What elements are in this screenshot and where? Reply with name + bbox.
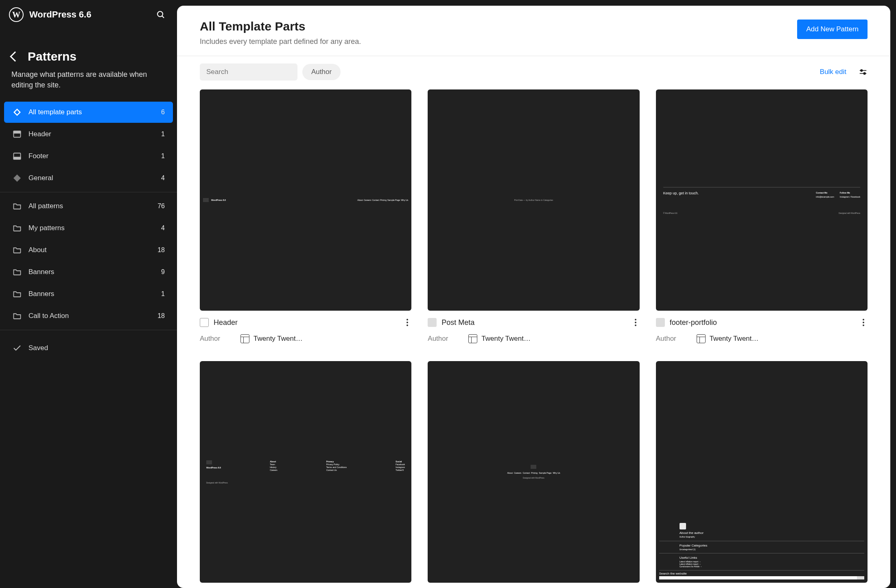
svg-point-9: [861, 70, 862, 71]
search-field[interactable]: [200, 63, 297, 81]
author-label: Author: [200, 335, 232, 343]
content-panel: All Template Parts Includes every templa…: [177, 6, 890, 588]
more-actions-icon[interactable]: [859, 318, 868, 327]
nav-group-footer: Saved: [0, 330, 177, 364]
patterns-description: Manage what patterns are available when …: [0, 69, 177, 98]
pattern-thumbnail[interactable]: AboutCareersContactPricingSample PageWhy…: [428, 361, 639, 582]
sidebar-item-count: 1: [161, 290, 165, 298]
sidebar-item-header[interactable]: Header1: [4, 124, 173, 145]
toolbar: Author Bulk edit: [177, 56, 890, 85]
folder-icon: [12, 267, 22, 277]
site-title: WordPress 6.6: [29, 9, 91, 20]
folder-icon: [12, 245, 22, 255]
sidebar-item-saved[interactable]: Saved: [4, 335, 173, 361]
svg-point-0: [157, 11, 163, 17]
more-actions-icon[interactable]: [403, 318, 411, 327]
pattern-thumbnail[interactable]: WordPress 6.6 AboutTeamHistoryCareersPri…: [200, 361, 411, 582]
theme-icon: [240, 334, 249, 343]
pattern-thumbnail[interactable]: Keep up, get in touch. Contact Meinfo@ex…: [656, 89, 868, 311]
sidebar-item-label: Saved: [28, 344, 165, 352]
theme-badge[interactable]: Twenty Twent…: [240, 334, 303, 343]
sidebar-item-count: 9: [161, 268, 165, 276]
view-options-icon[interactable]: [859, 68, 868, 76]
theme-name: Twenty Twent…: [710, 335, 759, 343]
check-icon: [12, 343, 22, 353]
pattern-card: Keep up, get in touch. Contact Meinfo@ex…: [656, 89, 868, 343]
sidebar-item-count: 4: [161, 174, 165, 182]
search-icon[interactable]: [156, 10, 166, 20]
panel-header: All Template Parts Includes every templa…: [177, 6, 890, 56]
pattern-grid: WordPress 6.6 AboutCareersContactPricing…: [200, 89, 868, 588]
sidebar-item-general[interactable]: General4: [4, 168, 173, 189]
sidebar-item-count: 1: [161, 131, 165, 138]
select-checkbox[interactable]: [200, 318, 209, 327]
folder-icon: [12, 311, 22, 321]
editor-sidebar: W WordPress 6.6 Patterns Manage what pat…: [0, 0, 177, 588]
sidebar-item-all-patterns[interactable]: All patterns76: [4, 196, 173, 217]
sidebar-item-banners[interactable]: Banners9: [4, 261, 173, 283]
sidebar-item-label: All patterns: [28, 202, 157, 210]
sidebar-item-label: Call to Action: [28, 312, 157, 320]
sidebar-topbar: W WordPress 6.6: [0, 0, 177, 29]
folder-icon: [12, 223, 22, 233]
template-parts-icon: [12, 107, 22, 117]
pattern-title[interactable]: Header: [214, 318, 398, 327]
sidebar-item-label: Footer: [28, 152, 161, 160]
sidebar-item-count: 6: [161, 109, 165, 116]
pattern-card: About the authorAuthor biography Popular…: [656, 361, 868, 588]
pattern-grid-scroll[interactable]: WordPress 6.6 AboutCareersContactPricing…: [177, 85, 890, 588]
pattern-title[interactable]: Post Meta: [441, 318, 626, 327]
nav-group-template-parts: All template parts6Header1Footer1General…: [0, 98, 177, 192]
main-area: All Template Parts Includes every templa…: [177, 0, 896, 588]
sidebar-item-label: Banners: [28, 290, 161, 298]
svg-rect-3: [14, 131, 21, 133]
svg-point-11: [863, 72, 865, 74]
wordpress-logo-icon[interactable]: W: [9, 7, 24, 22]
pattern-thumbnail[interactable]: WordPress 6.6 AboutCareersContactPricing…: [200, 89, 411, 311]
sidebar-item-banners[interactable]: Banners1: [4, 283, 173, 305]
svg-rect-5: [14, 157, 21, 159]
general-icon: [12, 173, 22, 183]
sidebar-item-all-template-parts[interactable]: All template parts6: [4, 102, 173, 123]
sidebar-item-footer[interactable]: Footer1: [4, 146, 173, 167]
sidebar-item-count: 18: [157, 246, 165, 254]
more-actions-icon[interactable]: [632, 318, 640, 327]
back-icon[interactable]: [10, 51, 20, 61]
patterns-header: Patterns: [0, 29, 177, 69]
pattern-card: Pub Date — by Author Name in Categories …: [428, 89, 639, 343]
sidebar-item-label: About: [28, 246, 157, 254]
footer-icon: [12, 151, 22, 161]
header-icon: [12, 129, 22, 139]
search-input[interactable]: [206, 68, 293, 76]
author-filter-pill[interactable]: Author: [302, 64, 341, 80]
sidebar-item-label: General: [28, 174, 161, 182]
theme-name: Twenty Twent…: [254, 335, 303, 343]
sidebar-item-my-patterns[interactable]: My patterns4: [4, 218, 173, 239]
pattern-thumbnail[interactable]: Pub Date — by Author Name in Categories: [428, 89, 639, 311]
author-label: Author: [656, 335, 688, 343]
theme-icon: [697, 334, 706, 343]
theme-name: Twenty Twent…: [481, 335, 531, 343]
theme-badge[interactable]: Twenty Twent…: [697, 334, 759, 343]
sidebar-item-label: My patterns: [28, 224, 161, 232]
sidebar-item-count: 76: [157, 203, 165, 210]
nav-group-pattern-folders: All patterns76My patterns4About18Banners…: [0, 192, 177, 330]
select-checkbox[interactable]: [428, 318, 437, 327]
theme-badge[interactable]: Twenty Twent…: [468, 334, 531, 343]
author-label: Author: [428, 335, 460, 343]
add-new-pattern-button[interactable]: Add New Pattern: [797, 20, 868, 39]
sidebar-item-about[interactable]: About18: [4, 240, 173, 261]
sidebar-item-count: 4: [161, 224, 165, 232]
bulk-edit-button[interactable]: Bulk edit: [820, 68, 846, 76]
sidebar-item-call-to-action[interactable]: Call to Action18: [4, 305, 173, 327]
sidebar-item-label: Banners: [28, 268, 161, 276]
sidebar-item-label: Header: [28, 130, 161, 138]
pattern-card: WordPress 6.6 AboutCareersContactPricing…: [200, 89, 411, 343]
pattern-title[interactable]: footer-portfolio: [670, 318, 854, 327]
pattern-thumbnail[interactable]: About the authorAuthor biography Popular…: [656, 361, 868, 582]
select-checkbox[interactable]: [656, 318, 665, 327]
page-subtitle: Includes every template part defined for…: [200, 37, 361, 46]
folder-icon: [12, 289, 22, 299]
pattern-card: AboutCareersContactPricingSample PageWhy…: [428, 361, 639, 588]
page-title: All Template Parts: [200, 20, 361, 33]
